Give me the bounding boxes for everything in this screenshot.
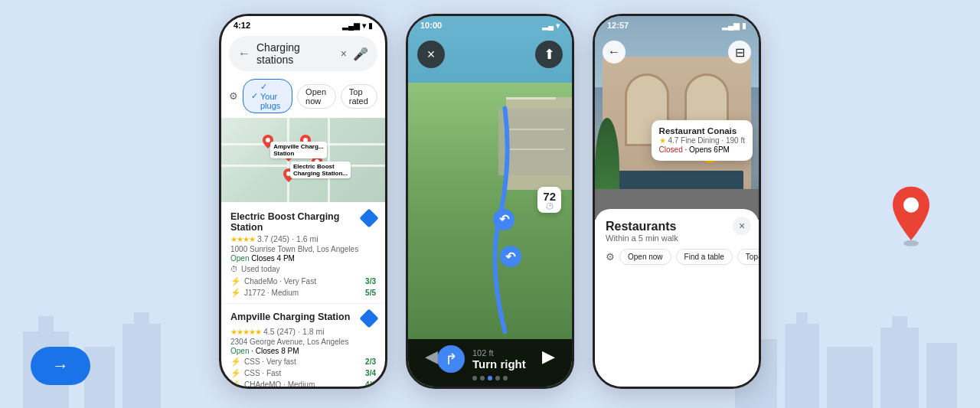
status-icons-phone1: ▂▄▆ ▾ ▮ [342, 21, 373, 30]
charger-left-1a: ⚡ ChadeMo · Very Fast [230, 276, 316, 286]
station-status-2: Open · Closes 8 PM [230, 347, 376, 355]
charger-count-2b: 3/4 [365, 369, 376, 377]
station-status-1: Open Closes 4 PM [230, 254, 376, 263]
nav-instruction: Turn right [472, 357, 526, 370]
bottom-rated-label: Top-rated [746, 253, 761, 261]
arrow-icon: → [52, 356, 69, 376]
restaurant-card[interactable]: Restaurant Conais ★ 4.7 Fine Dining · 19… [652, 120, 753, 161]
street-nav-back-button[interactable]: ← [603, 41, 626, 64]
charger-left-1b: ⚡ J1772 · Medium [230, 288, 299, 298]
phone-charging-stations: 4:12 ▂▄▆ ▾ ▮ ← Charging stations × 🎤 ⚙ ✓… [219, 14, 387, 389]
restaurant-card-status: Closed · Opens 6PM [659, 145, 745, 154]
bottom-sheet-title: Restaurants [606, 220, 748, 233]
station-item-1[interactable]: Electric Boost Charging Station ★★★★ 3.7… [221, 204, 385, 304]
station-ev-icon-1 [359, 208, 378, 227]
speed-value: 72 [543, 190, 556, 203]
arrow-button[interactable]: → [31, 347, 90, 385]
charger-left-2c: ⚡ CHAdeMO · Medium [230, 380, 315, 389]
restaurant-rating-stars: ★ [659, 136, 668, 145]
tune-icon[interactable]: ⚙ [229, 90, 238, 102]
nav-progress-dots [437, 376, 543, 380]
charger-count-1b: 5/5 [365, 289, 376, 297]
rating-val-1: 3.7 [257, 234, 269, 243]
plugs-label: ✓ Your plugs [260, 82, 284, 110]
nav-next-button[interactable]: ▶ [542, 347, 555, 367]
svg-point-13 [903, 197, 919, 212]
phone3-content: 12:57 ▂▄▆ ▮ [595, 16, 759, 387]
charger-row-2a: ⚡ CSS · Very fast 2/3 [230, 356, 376, 367]
map-label-electric: Electric BoostCharging Station... [290, 162, 351, 178]
stars-2: ★★★★★ [230, 328, 261, 336]
filter-chip-plugs[interactable]: ✓ ✓ Your plugs [243, 79, 292, 113]
used-text-1: Used today [241, 265, 280, 273]
nav-direction: ↱ 102 ft Turn right [437, 345, 543, 373]
charger-row-1b: ⚡ J1772 · Medium 5/5 [230, 287, 376, 299]
route-arrow-1: ↶ [493, 209, 514, 230]
charger-type-1a: ChadeMo · Very Fast [244, 277, 316, 286]
signal-icon-p2: ▂▄ [542, 21, 554, 30]
station-list: Electric Boost Charging Station ★★★★ 3.7… [221, 204, 385, 389]
search-bar[interactable]: ← Charging stations × 🎤 [229, 36, 377, 71]
station-addr-1: 1000 Sunrise Town Blvd, Los Angeles [230, 245, 376, 253]
charger-type-2c: CHAdeMO · Medium [244, 380, 315, 389]
open-label-1: Open [230, 254, 249, 263]
svg-point-14 [266, 138, 270, 142]
bolt-2c: ⚡ [230, 380, 241, 389]
bottom-chip-table[interactable]: Find a table [676, 249, 733, 265]
station-used-1: ⏱ Used today [230, 265, 376, 273]
nav-dot-4 [495, 376, 500, 380]
charger-left-2a: ⚡ CSS · Very fast [230, 357, 296, 367]
charger-count-2c: 4/6 [365, 380, 376, 389]
map-image: Ampville Charg...Station Electric BoostC… [221, 118, 385, 202]
nav-turn-icon: ↱ [437, 345, 465, 373]
street-nav-menu-button[interactable]: ⊟ [728, 41, 751, 64]
clock-icon-speed: 🕐 [546, 203, 554, 210]
bolt-2b: ⚡ [230, 368, 241, 378]
restaurant-card-name: Restaurant Conais [659, 126, 745, 135]
restaurant-card-info: ★ 4.7 Fine Dining · 190 ft [659, 136, 745, 145]
mic-icon[interactable]: 🎤 [353, 47, 368, 61]
closes-1: Closes 4 PM [251, 254, 295, 263]
nav-close-button[interactable]: × [417, 41, 445, 68]
nav-prev-button[interactable]: ◀ [425, 347, 438, 367]
nav-dot-2 [480, 376, 485, 380]
map-thumbnail[interactable]: Ampville Charg...Station Electric BoostC… [221, 118, 385, 202]
map-label-ampville: Ampville Charg...Station [270, 142, 326, 158]
station-ev-icon-2 [359, 308, 378, 328]
search-text: Charging stations [256, 41, 335, 66]
bottom-table-label: Find a table [684, 253, 724, 261]
time-phone3: 12:57 [607, 21, 629, 30]
clock-icon-1: ⏱ [230, 265, 238, 273]
bottom-chip-open[interactable]: Open now [619, 249, 671, 265]
back-icon[interactable]: ← [238, 47, 250, 60]
clear-icon[interactable]: × [341, 47, 347, 60]
charger-row-2b: ⚡ CSS · Fast 3/4 [230, 367, 376, 379]
station-item-2[interactable]: Ampville Charging Station ★★★★★ 4.5 (247… [221, 304, 385, 389]
filter-chip-open[interactable]: Open now [297, 84, 336, 109]
charger-type-1b: J1772 · Medium [244, 289, 299, 297]
speed-unit: 🕐 [543, 203, 556, 210]
charger-left-2b: ⚡ CSS · Fast [230, 368, 281, 378]
filter-chip-rated[interactable]: Top rated [341, 84, 377, 109]
station-rating-1: ★★★★ 3.7 (245) · 1.6 mi [230, 234, 376, 243]
map-pin-decoration [888, 184, 934, 249]
bottom-chip-rated[interactable]: Top-rated [737, 249, 761, 265]
review-count-1: (245) [271, 234, 290, 243]
nav-share-button[interactable]: ⬆ [535, 41, 563, 68]
battery-icon: ▮ [368, 21, 373, 30]
bottom-tune-icon[interactable]: ⚙ [606, 251, 615, 263]
nav-bottom-bar: ◀ ↱ 102 ft Turn right ▶ [408, 339, 572, 387]
station-addr-2: 2304 George Avenue, Los Angeles [230, 338, 376, 346]
status-icons-phone3: ▂▄▆ ▮ [722, 21, 746, 30]
bottom-sheet-close-button[interactable]: × [733, 217, 751, 235]
wifi-icon: ▾ [362, 21, 366, 30]
dist-val-2: 1.8 mi [302, 327, 325, 336]
nav-text-block: 102 ft Turn right [472, 348, 526, 370]
restaurant-bottom-sheet: × Restaurants Within a 5 min walk ⚙ Open… [595, 209, 759, 387]
status-bar-phone3: 12:57 ▂▄▆ ▮ [595, 16, 759, 31]
route-arrow-2: ↶ [500, 246, 521, 267]
status-icons-phone2: ▂▄ ▾ [542, 21, 560, 30]
battery-icon-p3: ▮ [742, 21, 746, 30]
station-rating-2: ★★★★★ 4.5 (247) · 1.8 mi [230, 327, 376, 336]
filter-bar: ⚙ ✓ ✓ Your plugs Open now Top rated [221, 76, 385, 116]
